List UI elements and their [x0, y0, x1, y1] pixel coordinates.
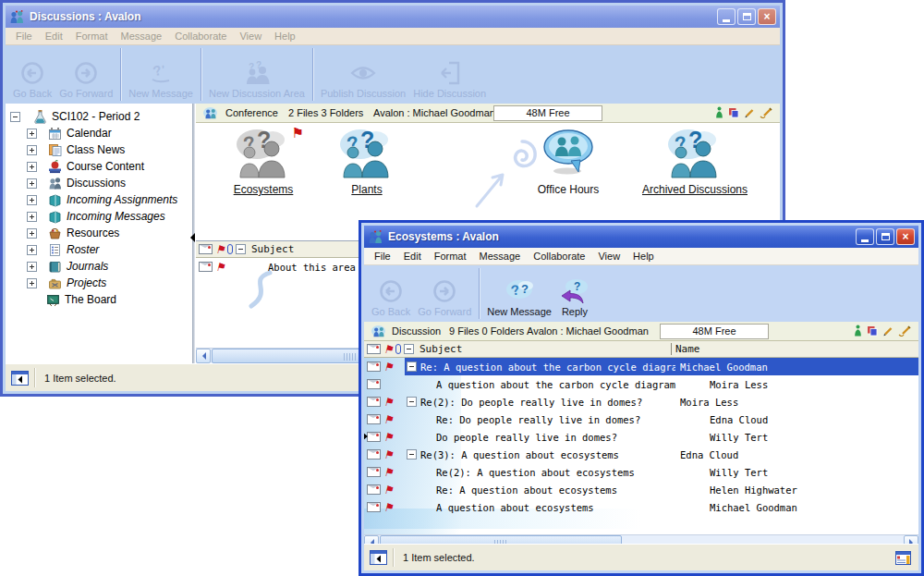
message-row[interactable]: Re(2): A question about ecosystems Willy…: [364, 463, 918, 481]
ecosystems-titlebar[interactable]: Ecosystems : Avalon ×: [364, 226, 918, 248]
sidebar-item-projects[interactable]: Projects: [27, 275, 106, 291]
icon-office-hours[interactable]: Office Hours: [517, 129, 619, 196]
flag-icon: ⚑: [292, 125, 304, 141]
icon-plants[interactable]: ? ? Plants: [321, 127, 413, 196]
maximize-button[interactable]: [737, 8, 756, 25]
publish-discussion-button[interactable]: Publish Discussion: [317, 45, 409, 104]
tree-root-sci102[interactable]: SCI102 - Period 2: [10, 108, 140, 125]
list-header[interactable]: Subject Name: [364, 341, 918, 358]
envelope-icon: [367, 344, 381, 354]
subject-column-header[interactable]: Subject: [251, 243, 294, 255]
message-row[interactable]: Do people really live in domes? Willy Te…: [364, 428, 918, 446]
expand-icon[interactable]: [27, 195, 37, 205]
collapse-icon[interactable]: [407, 362, 417, 372]
expand-icon[interactable]: [27, 212, 37, 222]
close-button[interactable]: ×: [758, 8, 776, 25]
menu-format[interactable]: Format: [428, 251, 473, 262]
person-icon: [854, 325, 862, 337]
sidebar-item-roster[interactable]: Roster: [27, 241, 99, 258]
subject-column-header[interactable]: Subject: [419, 343, 671, 355]
message-row[interactable]: Re(3): A question about ecosystems Edna …: [364, 446, 918, 463]
sidebar-item-discussions[interactable]: Discussions: [27, 175, 126, 191]
grid-view-icon[interactable]: [895, 551, 911, 565]
collapse-icon[interactable]: [407, 449, 417, 460]
splitter-collapse-handle[interactable]: [186, 233, 195, 242]
go-back-button[interactable]: Go Back: [9, 45, 55, 104]
icon-archived-discussions[interactable]: ? ? Archived Discussions: [612, 127, 778, 196]
pane-collapse-handle[interactable]: [364, 432, 372, 441]
go-back-button[interactable]: Go Back: [368, 265, 414, 322]
sidebar-item-incoming-assignments[interactable]: Incoming Assignments: [27, 191, 177, 208]
sidebar-item-resources[interactable]: Resources: [27, 225, 119, 241]
menu-message[interactable]: Message: [115, 31, 169, 42]
new-message-button[interactable]: ? ? New Message: [483, 265, 555, 322]
envelope-icon: [367, 362, 381, 372]
menu-file[interactable]: File: [9, 31, 39, 42]
message-row[interactable]: Re: A question about ecosystems Helen Hi…: [364, 481, 918, 498]
message-row[interactable]: Re(2): Do people really live in domes? M…: [364, 393, 918, 411]
collapse-icon[interactable]: [10, 112, 20, 122]
forward-arrow-icon: [74, 61, 98, 85]
expand-icon[interactable]: [27, 178, 37, 189]
expand-icon[interactable]: [27, 129, 37, 139]
menu-view[interactable]: View: [233, 31, 268, 42]
new-message-button[interactable]: ? ʹ New Message: [125, 45, 197, 104]
sidebar-item-calendar[interactable]: Calendar: [27, 125, 112, 141]
expand-icon[interactable]: [27, 162, 37, 172]
message-subject: Re: Do people really live in domes?: [436, 414, 640, 425]
collapse-icon[interactable]: [407, 397, 417, 407]
scroll-left-arrow[interactable]: [196, 349, 211, 363]
close-button[interactable]: ×: [896, 228, 915, 245]
menu-collaborate[interactable]: Collaborate: [168, 31, 233, 42]
reply-button[interactable]: ? Reply: [555, 265, 594, 322]
message-row[interactable]: A question about the carbon cycle diagra…: [364, 375, 918, 393]
menu-edit[interactable]: Edit: [397, 251, 428, 262]
menu-edit[interactable]: Edit: [39, 31, 69, 42]
minimize-button[interactable]: [717, 8, 736, 25]
reply-icon: ?: [559, 278, 590, 303]
expand-icon[interactable]: [27, 262, 37, 272]
split-view-icon[interactable]: [370, 550, 387, 565]
menu-format[interactable]: Format: [69, 31, 115, 42]
message-subject: A question about ecosystems: [436, 502, 594, 513]
icon-ecosystems[interactable]: ⚑ ? ? Ecosystems: [210, 127, 317, 196]
maximize-button[interactable]: [876, 228, 894, 245]
collapse-all-icon[interactable]: [404, 344, 414, 354]
new-discussion-area-icon: ? ?: [241, 61, 273, 85]
message-row[interactable]: A question about ecosystems Michael Good…: [364, 498, 918, 516]
sidebar-item-class-news[interactable]: Class News: [27, 141, 125, 158]
menu-help[interactable]: Help: [626, 251, 661, 262]
sidebar-item-course-content[interactable]: Course Content: [27, 158, 144, 175]
paperclip-icon: [395, 344, 401, 354]
message-row[interactable]: Re: A question about the carbon cycle di…: [364, 358, 918, 375]
message-subject: Re(3): A question about ecosystems: [420, 449, 619, 460]
arrow-sketch-decoration: [473, 167, 510, 210]
menu-file[interactable]: File: [368, 251, 397, 262]
envelope-icon: [367, 397, 381, 407]
message-subject: Do people really live in domes?: [436, 432, 617, 443]
menu-view[interactable]: View: [591, 251, 626, 262]
expand-icon[interactable]: [27, 245, 37, 255]
split-view-icon[interactable]: [11, 371, 29, 386]
go-forward-button[interactable]: Go Forward: [55, 45, 116, 104]
minimize-button[interactable]: [856, 228, 874, 245]
message-subject: Re: A question about the carbon cycle di…: [420, 362, 683, 373]
expand-icon[interactable]: [27, 228, 37, 239]
go-forward-button[interactable]: Go Forward: [414, 265, 475, 322]
expand-icon[interactable]: [27, 145, 37, 155]
menu-collaborate[interactable]: Collaborate: [527, 251, 591, 262]
menu-message[interactable]: Message: [473, 251, 528, 262]
expand-icon[interactable]: [27, 278, 37, 288]
menu-help[interactable]: Help: [268, 31, 302, 42]
discussion-info-bar: Discussion 9 Files 0 Folders Avalon : Mi…: [364, 322, 918, 341]
sidebar-item-the-board[interactable]: The Board: [27, 291, 116, 308]
hide-discussion-button[interactable]: Hide Discussion: [409, 45, 490, 104]
message-row[interactable]: Re: Do people really live in domes? Edna…: [364, 411, 918, 428]
collapse-all-icon[interactable]: [236, 244, 246, 254]
name-column-header[interactable]: Name: [671, 343, 918, 355]
new-discussion-area-button[interactable]: ? ? New Discussion Area: [205, 45, 309, 104]
sidebar-item-journals[interactable]: Journals: [27, 258, 108, 275]
free-space-indicator: 48M Free: [493, 105, 602, 121]
discussions-titlebar[interactable]: Discussions : Avalon ×: [6, 6, 780, 28]
sidebar-item-incoming-messages[interactable]: Incoming Messages: [27, 208, 165, 225]
